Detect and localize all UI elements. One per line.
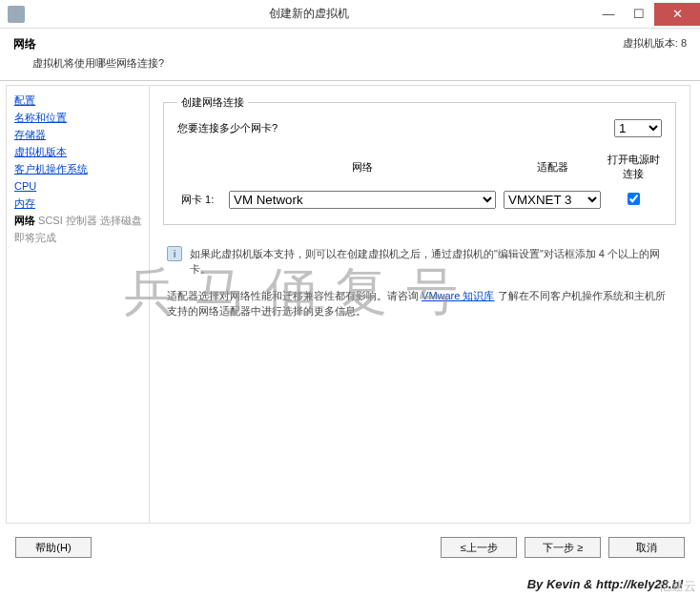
footer: 帮助(H) ≤上一步 下一步 ≥ 取消 (10, 532, 690, 563)
step-memory[interactable]: 内存 (14, 195, 149, 212)
app-icon (8, 6, 25, 23)
adapter-help-text: 适配器选择对网络性能和迁移兼容性都有影响。请咨询 VMware 知识库 了解在不… (167, 288, 672, 319)
step-scsi: SCSI 控制器 (38, 215, 97, 226)
back-button[interactable]: ≤上一步 (441, 537, 517, 558)
col-adapter: 适配器 (500, 153, 605, 189)
step-network: 网络 (14, 215, 35, 226)
nic-count-select[interactable]: 1 (614, 119, 662, 137)
info-icon: i (167, 246, 182, 261)
step-name-location[interactable]: 名称和位置 (14, 109, 149, 126)
help-button[interactable]: 帮助(H) (15, 537, 92, 558)
step-config[interactable]: 配置 (14, 92, 149, 109)
nic-adapter-select[interactable]: VMXNET 3 (504, 191, 601, 209)
col-connect: 打开电源时连接 (605, 153, 662, 189)
minimize-button[interactable]: — (593, 3, 624, 26)
maximize-button[interactable]: ☐ (624, 3, 654, 26)
close-button[interactable]: ✕ (654, 3, 700, 26)
cancel-button[interactable]: 取消 (608, 537, 685, 558)
step-disk: 选择磁盘 (100, 215, 142, 226)
content-area: 配置 名称和位置 存储器 虚拟机版本 客户机操作系统 CPU 内存 网络 SCS… (0, 81, 700, 527)
info-text: 如果此虚拟机版本支持，则可以在创建虚拟机之后，通过虚拟机的"编辑设置"对话框添加… (190, 246, 672, 277)
main-panel: 创建网络连接 您要连接多少个网卡? 1 网络 适配器 打开电源时连接 (149, 85, 690, 524)
window-controls: — ☐ ✕ (593, 3, 700, 26)
banner: 网络 虚拟机版本: 8 虚拟机将使用哪些网络连接? (0, 29, 700, 81)
nic-count-label: 您要连接多少个网卡? (177, 121, 278, 135)
nic-network-select[interactable]: VM Network (229, 191, 496, 209)
banner-title: 网络 (13, 36, 36, 52)
network-group: 创建网络连接 您要连接多少个网卡? 1 网络 适配器 打开电源时连接 (163, 95, 676, 225)
titlebar: 创建新的虚拟机 — ☐ ✕ (0, 0, 700, 29)
next-button[interactable]: 下一步 ≥ (525, 537, 601, 558)
nic-row: 网卡 1: VM Network VMXNET 3 (177, 189, 662, 211)
step-guest-os[interactable]: 客户机操作系统 (14, 160, 149, 177)
step-cpu[interactable]: CPU (14, 177, 149, 195)
step-storage[interactable]: 存储器 (14, 126, 149, 143)
nic-table: 网络 适配器 打开电源时连接 网卡 1: VM Network (177, 153, 662, 211)
banner-subtitle: 虚拟机将使用哪些网络连接? (32, 56, 687, 71)
step-vm-version[interactable]: 虚拟机版本 (14, 143, 149, 160)
nic-connect-checkbox[interactable] (628, 193, 640, 205)
step-finish: 即将完成 (14, 232, 56, 243)
brand-logo: 亿速云 (659, 578, 696, 595)
vm-version-label: 虚拟机版本: 8 (623, 36, 687, 52)
group-legend: 创建网络连接 (177, 95, 248, 110)
col-network: 网络 (225, 153, 500, 189)
nic-row-label: 网卡 1: (177, 189, 225, 211)
window-title: 创建新的虚拟机 (25, 6, 593, 22)
info-block: i 如果此虚拟机版本支持，则可以在创建虚拟机之后，通过虚拟机的"编辑设置"对话框… (167, 246, 672, 277)
vmware-kb-link[interactable]: VMware 知识库 (422, 290, 494, 301)
wizard-steps: 配置 名称和位置 存储器 虚拟机版本 客户机操作系统 CPU 内存 网络 SCS… (6, 85, 149, 524)
